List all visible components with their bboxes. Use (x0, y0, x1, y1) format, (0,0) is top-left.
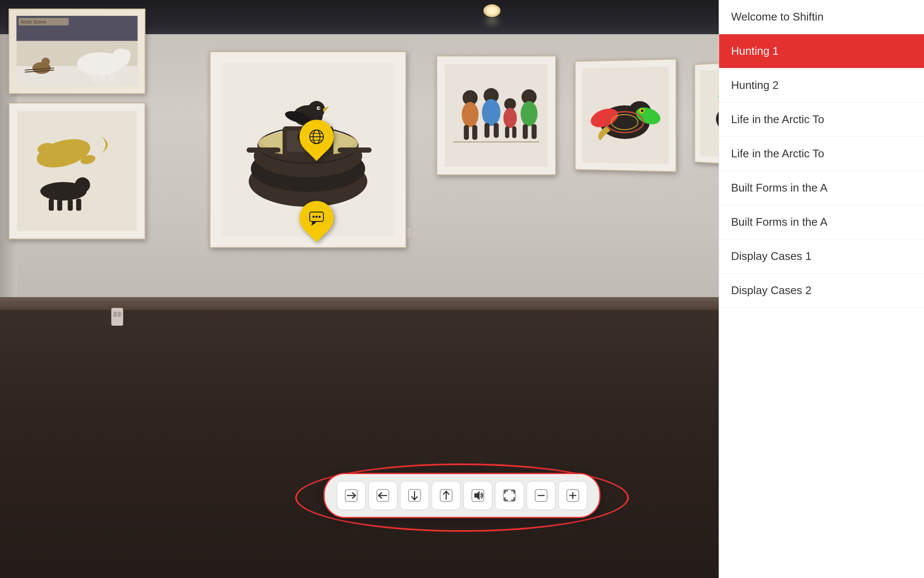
nav-zoom-out-button[interactable] (527, 481, 556, 510)
nav-down-button[interactable] (400, 481, 429, 510)
svg-point-73 (641, 109, 643, 112)
svg-rect-46 (338, 147, 371, 153)
svg-rect-45 (246, 147, 280, 153)
svg-point-53 (482, 99, 500, 126)
artwork-left-bottom (9, 103, 145, 239)
nav-forward-button[interactable] (337, 481, 366, 510)
svg-rect-18 (49, 199, 54, 211)
svg-point-57 (503, 108, 517, 128)
svg-point-5 (121, 50, 131, 59)
svg-rect-50 (464, 125, 469, 140)
svg-rect-63 (532, 124, 537, 139)
nav-audio-button[interactable] (463, 481, 492, 510)
scene-item-hunting-2[interactable]: Hunting 2 (719, 68, 924, 103)
svg-rect-59 (512, 127, 516, 139)
svg-point-94 (319, 216, 321, 218)
svg-point-10 (41, 58, 50, 66)
svg-rect-19 (57, 200, 62, 211)
svg-rect-8 (108, 74, 114, 82)
scene-item-built-forms-1[interactable]: Built Forms in the A (719, 171, 924, 205)
svg-point-49 (462, 102, 478, 127)
svg-rect-55 (494, 123, 499, 138)
svg-point-17 (75, 177, 90, 192)
scene-panel: Welcome to Shiftin Hunting 1 Hunting 2 L… (719, 0, 924, 578)
svg-point-93 (316, 216, 318, 218)
scene-item-display-cases-1[interactable]: Display Cases 1 (719, 239, 924, 274)
svg-rect-21 (76, 199, 81, 211)
scene-item-life-arctic-2[interactable]: Life in the Arctic To (719, 137, 924, 171)
svg-rect-54 (484, 123, 489, 138)
nav-controls-bar (323, 473, 601, 518)
svg-rect-62 (523, 124, 528, 139)
scene-item-built-forms-2[interactable]: Built Forms in the A (719, 205, 924, 239)
svg-rect-51 (472, 125, 477, 140)
svg-rect-20 (68, 200, 73, 211)
nav-fullscreen-button[interactable] (495, 481, 524, 510)
svg-rect-15 (17, 111, 137, 231)
svg-point-40 (308, 101, 325, 118)
light-fixture-1 (475, 4, 509, 26)
svg-marker-112 (474, 491, 480, 500)
artwork-right-2 (575, 59, 677, 172)
scene-item-life-arctic-1[interactable]: Life in the Arctic To (719, 103, 924, 137)
artwork-left-top: Arctic Scene (9, 9, 145, 94)
artwork-right-1 (436, 56, 556, 175)
svg-point-61 (521, 101, 537, 127)
svg-rect-6 (92, 74, 98, 82)
scene-item-welcome[interactable]: Welcome to Shiftin (719, 0, 924, 34)
svg-point-44 (318, 107, 320, 109)
nav-zoom-in-button[interactable] (558, 481, 587, 510)
svg-rect-58 (505, 127, 509, 139)
scene-item-display-cases-2[interactable]: Display Cases 2 (719, 274, 924, 308)
svg-rect-7 (100, 74, 106, 82)
svg-point-92 (313, 216, 315, 218)
svg-text:Arctic Scene: Arctic Scene (21, 19, 46, 24)
nav-backward-button[interactable] (368, 481, 397, 510)
scene-item-hunting-1[interactable]: Hunting 1 (719, 34, 924, 68)
nav-up-button[interactable] (432, 481, 461, 510)
wall-outlet-1 (111, 308, 123, 326)
